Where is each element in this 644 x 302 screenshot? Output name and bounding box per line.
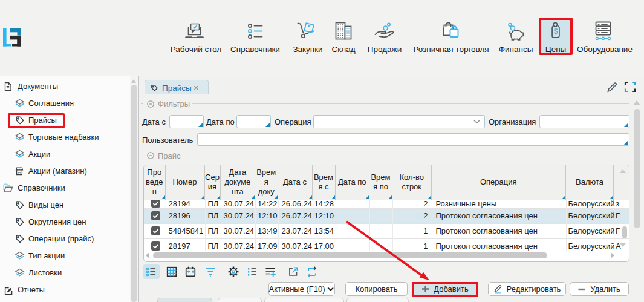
svg-text:$: $ [554, 27, 558, 36]
